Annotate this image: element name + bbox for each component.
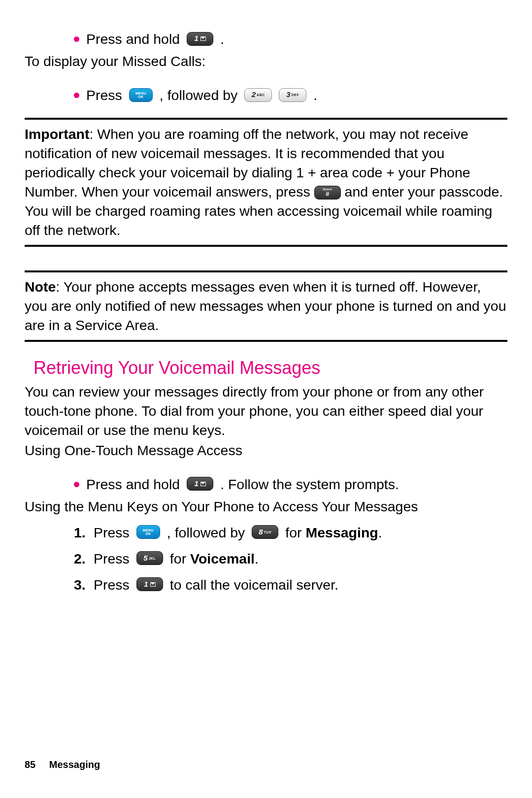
note-block: Note: Your phone accepts messages even w… [25,277,507,335]
one-key-icon: 1 [136,577,163,591]
step-text: to call the voicemail server. [170,575,338,595]
divider [25,270,507,272]
page-footer: 85 Messaging [25,758,100,771]
one-key-icon: 1 [187,32,213,46]
envelope-icon [200,482,206,486]
divider [25,340,507,342]
menu-ok-key-icon: MENUOK [136,525,160,539]
step-2: 2. Press 5JKL for Voicemail. [74,549,507,568]
bullet-press-menu: Press MENUOK , followed by 2ABC 3DEF . [74,86,507,105]
text-follow-prompts: . Follow the system prompts. [220,475,399,494]
envelope-icon [200,36,206,41]
onetouch-label: Using One-Touch Message Access [25,441,507,460]
step-text: for [170,551,190,566]
note-label: Note [25,279,56,295]
menu-ok-key-icon: MENUOK [129,88,153,102]
step-text: for [285,525,305,540]
bullet-press-hold-1: Press and hold 1 . [74,30,507,49]
bullet-dot-icon [74,93,79,98]
bullet-dot-icon [74,482,79,487]
period: . [220,30,224,49]
step-text: Press [94,549,130,568]
divider [25,245,507,247]
step-text: , followed by [167,523,245,542]
important-block: Important: When you are roaming off the … [25,125,507,240]
hash-space-key-icon: Space# [314,186,341,200]
important-label: Important [25,126,89,142]
eight-tuv-key-icon: 8TUV [252,525,278,539]
step-bold: Voicemail [190,551,255,566]
one-key-icon: 1 [187,477,213,491]
step-number: 2. [74,549,87,568]
bullet-dot-icon [74,36,79,42]
step-bold: Messaging [305,525,378,540]
step-number: 1. [74,523,87,542]
footer-section-name: Messaging [49,759,100,770]
two-abc-key-icon: 2ABC [244,88,272,102]
text-followed-by: , followed by [160,86,237,105]
three-def-key-icon: 3DEF [279,88,306,102]
text-press: Press [86,86,122,105]
bullet-press-hold-2: Press and hold 1 . Follow the system pro… [74,475,507,494]
menukeys-label: Using the Menu Keys on Your Phone to Acc… [25,497,507,516]
step-3: 3. Press 1 to call the voicemail server. [74,575,507,595]
section-intro: You can review your messages directly fr… [25,382,507,440]
note-text: : Your phone accepts messages even when … [25,279,506,333]
missed-calls-label: To display your Missed Calls: [25,52,507,71]
step-1: 1. Press MENUOK , followed by 8TUV for M… [74,523,507,542]
manual-page: Press and hold 1 . To display your Misse… [0,0,532,798]
step-text: Press [94,523,130,542]
step-number: 3. [74,575,87,595]
envelope-icon [150,582,156,587]
section-heading: Retrieving Your Voicemail Messages [33,356,507,380]
period: . [378,525,382,540]
five-jkl-key-icon: 5JKL [136,551,163,565]
text-press-hold: Press and hold [86,30,180,49]
period: . [313,86,317,105]
text-press-hold: Press and hold [86,475,180,494]
period: . [255,551,259,566]
step-text: Press [94,575,130,595]
page-number: 85 [25,759,35,770]
divider [25,118,507,120]
steps-list: 1. Press MENUOK , followed by 8TUV for M… [25,523,507,595]
